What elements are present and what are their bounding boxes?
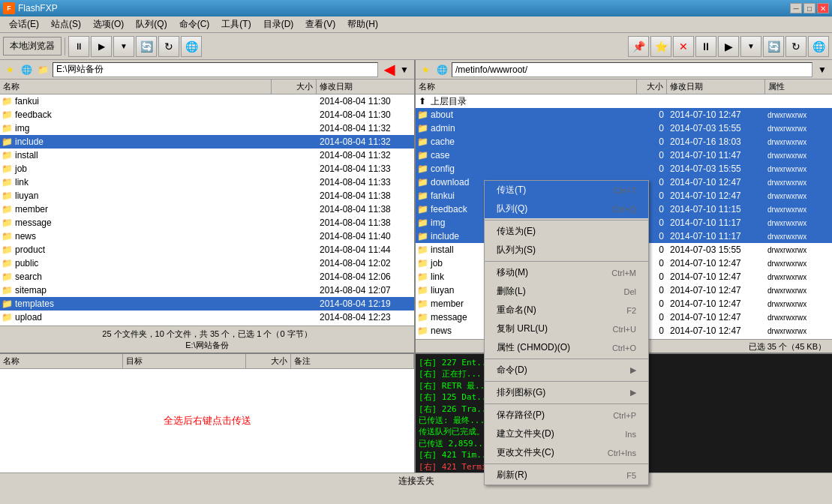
file-name: include bbox=[14, 136, 272, 147]
maximize-button[interactable]: □ bbox=[803, 3, 815, 14]
right-pin-button[interactable]: 📌 bbox=[628, 36, 649, 57]
right-connect-button[interactable]: 🌐 bbox=[808, 36, 829, 57]
right-col-attr[interactable]: 属性 bbox=[764, 80, 832, 94]
list-item[interactable]: 📁 feedback 2014-08-04 11:30 bbox=[0, 108, 414, 122]
right-col-name[interactable]: 名称 bbox=[416, 80, 637, 94]
local-browser-button[interactable]: 本地浏览器 bbox=[3, 37, 62, 56]
ctx-label: 建立文件夹(D) bbox=[497, 428, 554, 440]
refresh-button[interactable]: ↻ bbox=[158, 36, 179, 57]
file-attr: drwxrwxrwx bbox=[764, 300, 832, 308]
list-item[interactable]: 📁 upload 2014-08-04 12:23 bbox=[0, 310, 414, 324]
context-menu-item[interactable]: 命令(D) ▶ bbox=[485, 361, 648, 380]
right-refresh-button[interactable]: ↻ bbox=[785, 36, 806, 57]
context-menu-item[interactable]: 队列(Q)Ctrl+Q bbox=[485, 200, 648, 218]
left-col-size[interactable]: 大小 bbox=[272, 80, 317, 94]
right-path-input[interactable] bbox=[452, 62, 812, 77]
up-directory-row[interactable]: ⬆ 上层目录 bbox=[416, 94, 832, 108]
left-col-date[interactable]: 修改日期 bbox=[317, 80, 414, 94]
menu-view[interactable]: 查看(V) bbox=[299, 16, 341, 32]
right-stop-button[interactable]: ✕ bbox=[673, 36, 694, 57]
left-col-name[interactable]: 名称 bbox=[0, 80, 272, 94]
close-button[interactable]: ✕ bbox=[817, 3, 829, 14]
ctx-shortcut: Ctrl+T bbox=[614, 186, 636, 195]
right-transfer-button[interactable]: 🔄 bbox=[763, 36, 784, 57]
list-item[interactable]: 📁 about 0 2014-07-10 12:47 drwxrwxrwx bbox=[416, 108, 832, 122]
list-item[interactable]: 📁 member 2014-08-04 11:38 bbox=[0, 202, 414, 216]
right-play-button[interactable]: ▶ bbox=[718, 36, 739, 57]
file-name: member bbox=[14, 204, 272, 214]
left-star-icon[interactable]: ★ bbox=[3, 63, 17, 76]
transfer-button[interactable]: 🔄 bbox=[136, 36, 157, 57]
context-menu-item[interactable]: 排列图标(G) ▶ bbox=[485, 383, 648, 402]
menu-session[interactable]: 会话(E) bbox=[3, 16, 45, 32]
right-globe-icon[interactable]: 🌐 bbox=[435, 63, 449, 76]
right-star-icon[interactable]: ★ bbox=[419, 63, 432, 76]
file-size: 0 bbox=[637, 110, 667, 120]
menu-help[interactable]: 帮助(H) bbox=[341, 16, 384, 32]
list-item[interactable]: 📁 install 2014-08-04 11:32 bbox=[0, 148, 414, 162]
ctx-shortcut: Ctrl+P bbox=[613, 411, 636, 420]
connection-status: 连接丢失 bbox=[398, 475, 434, 488]
play-button[interactable]: ▶ bbox=[91, 36, 112, 57]
context-menu-item[interactable]: 属性 (CHMOD)(O)Ctrl+O bbox=[485, 338, 648, 357]
list-item[interactable]: 📁 config 0 2014-07-03 15:55 drwxrwxrwx bbox=[416, 162, 832, 176]
list-item[interactable]: 📁 news 2014-08-04 11:40 bbox=[0, 230, 414, 243]
file-attr: drwxrwxrwx bbox=[764, 286, 832, 295]
left-globe-icon[interactable]: 🌐 bbox=[20, 63, 33, 76]
context-menu-item[interactable]: 保存路径(P)Ctrl+P bbox=[485, 406, 648, 424]
left-path-input[interactable] bbox=[53, 62, 378, 77]
context-menu-item[interactable]: 更改文件夹(C)Ctrl+Ins bbox=[485, 443, 648, 462]
left-folder-icon[interactable]: 📁 bbox=[36, 63, 50, 76]
list-item[interactable]: 📁 link 2014-08-04 11:33 bbox=[0, 176, 414, 189]
folder-icon: 📁 bbox=[0, 108, 14, 122]
list-item[interactable]: 📁 liuyan 2014-08-04 11:38 bbox=[0, 189, 414, 202]
list-item[interactable]: 📁 img 2014-08-04 11:32 bbox=[0, 122, 414, 135]
list-item[interactable]: 📁 cache 0 2014-07-16 18:03 drwxrwxrwx bbox=[416, 135, 832, 148]
file-name: cache bbox=[429, 136, 637, 147]
right-pause-button[interactable]: ⏸ bbox=[695, 36, 716, 57]
list-item[interactable]: 📁 fankui 2014-08-04 11:30 bbox=[0, 94, 414, 108]
menu-options[interactable]: 选项(O) bbox=[87, 16, 130, 32]
context-menu-item[interactable]: 复制 URL(U)Ctrl+U bbox=[485, 320, 648, 338]
file-date: 2014-08-04 11:44 bbox=[317, 244, 414, 255]
left-dropdown-icon[interactable]: ▼ bbox=[398, 63, 411, 76]
folder-icon: 📁 bbox=[416, 230, 429, 243]
menu-tools[interactable]: 工具(T) bbox=[215, 16, 257, 32]
list-item[interactable]: 📁 public 2014-08-04 12:02 bbox=[0, 256, 414, 270]
context-menu-item[interactable]: 队列为(S) bbox=[485, 241, 648, 260]
menu-command[interactable]: 命令(C) bbox=[173, 16, 216, 32]
menu-queue[interactable]: 队列(Q) bbox=[130, 16, 173, 32]
context-menu-separator bbox=[485, 464, 648, 464]
list-item[interactable]: 📁 case 0 2014-07-10 11:47 drwxrwxrwx bbox=[416, 148, 832, 162]
file-name: news bbox=[14, 231, 272, 242]
context-menu-item[interactable]: 建立文件夹(D)Ins bbox=[485, 424, 648, 443]
list-item[interactable]: 📁 include 2014-08-04 11:32 bbox=[0, 135, 414, 148]
right-bookmark-button[interactable]: ⭐ bbox=[650, 36, 671, 57]
list-item[interactable]: 📁 templates 2014-08-04 12:19 bbox=[0, 297, 414, 310]
list-item[interactable]: 📁 admin 0 2014-07-03 15:55 drwxrwxrwx bbox=[416, 122, 832, 135]
menu-sites[interactable]: 站点(S) bbox=[45, 16, 87, 32]
file-date: 2014-08-04 11:33 bbox=[317, 164, 414, 174]
context-menu-item[interactable]: 刷新(R)F5 bbox=[485, 466, 648, 484]
right-dropdown-icon[interactable]: ▼ bbox=[815, 63, 829, 76]
queue-col-target: 目标 bbox=[123, 354, 246, 368]
right-col-size[interactable]: 大小 bbox=[637, 80, 667, 94]
right-col-date[interactable]: 修改日期 bbox=[667, 80, 764, 94]
context-menu-item[interactable]: 传送为(E) bbox=[485, 222, 648, 241]
list-item[interactable]: 📁 job 2014-08-04 11:33 bbox=[0, 162, 414, 176]
minimize-button[interactable]: ─ bbox=[790, 3, 802, 14]
menu-dir[interactable]: 目录(D) bbox=[257, 16, 300, 32]
list-item[interactable]: 📁 search 2014-08-04 12:06 bbox=[0, 270, 414, 284]
connect-button[interactable]: 🌐 bbox=[181, 36, 202, 57]
right-play-dropdown[interactable]: ▼ bbox=[740, 36, 761, 57]
context-menu-item[interactable]: 删除(L)Del bbox=[485, 282, 648, 301]
list-item[interactable]: 📁 sitemap 2014-08-04 12:07 bbox=[0, 284, 414, 297]
list-item[interactable]: 📁 message 2014-08-04 11:38 bbox=[0, 216, 414, 230]
pause-button[interactable]: ⏸ bbox=[68, 36, 89, 57]
right-path-bar: ★ 🌐 ▼ bbox=[416, 60, 832, 80]
play-dropdown[interactable]: ▼ bbox=[113, 36, 134, 57]
context-menu-item[interactable]: 传送(T)Ctrl+T bbox=[485, 181, 648, 200]
context-menu-item[interactable]: 重命名(N)F2 bbox=[485, 301, 648, 320]
context-menu-item[interactable]: 移动(M)Ctrl+M bbox=[485, 263, 648, 282]
list-item[interactable]: 📁 product 2014-08-04 11:44 bbox=[0, 243, 414, 256]
